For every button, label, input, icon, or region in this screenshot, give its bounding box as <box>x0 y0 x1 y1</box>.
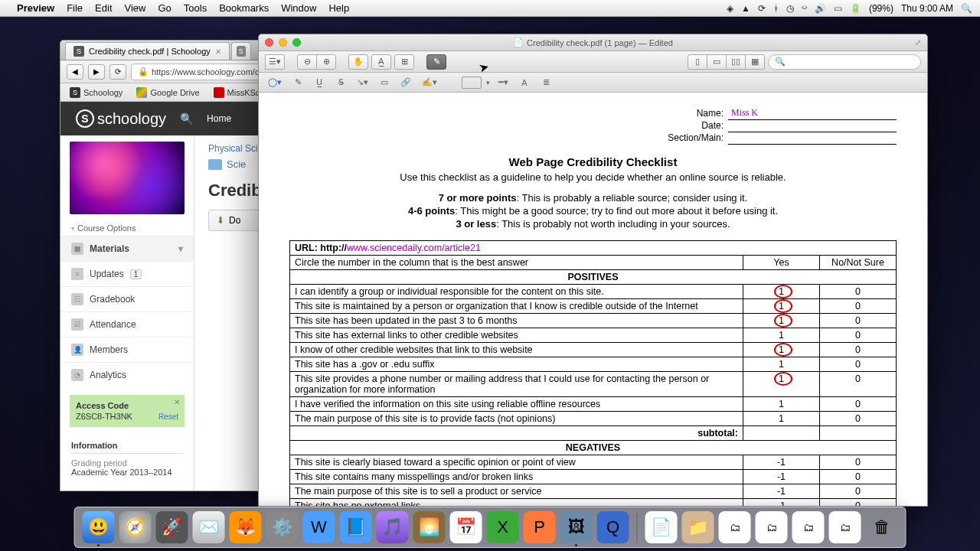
dock-folder-1[interactable]: 📁 <box>682 511 714 543</box>
neg-row-3: The main purpose of this site is to sell… <box>290 484 897 499</box>
view-thumbs-button[interactable]: ▦ <box>745 54 765 70</box>
course-thumbnail[interactable] <box>70 142 185 214</box>
line-style-button[interactable]: ━▾ <box>495 76 511 90</box>
sidebar-toggle-button[interactable]: ☰▾ <box>265 54 285 70</box>
view-continuous-button[interactable]: ▭ <box>707 54 727 70</box>
nav-home[interactable]: Home <box>207 113 231 124</box>
clock[interactable]: Thu 9:00 AM <box>901 3 953 14</box>
arrow-button[interactable]: ↘▾ <box>354 76 371 90</box>
display-icon[interactable]: ▭ <box>834 3 842 14</box>
dock-notes[interactable]: 📘 <box>340 511 372 543</box>
list-button[interactable]: ≣ <box>537 76 554 90</box>
gdrive-icon[interactable]: ▲ <box>741 3 750 14</box>
browser-tab-2[interactable]: S <box>231 42 251 60</box>
doc-title: Web Page Credibility Checklist <box>289 155 897 168</box>
sidebar-gradebook[interactable]: ☷Gradebook <box>60 286 194 311</box>
sidebar-attendance[interactable]: ☑Attendance <box>60 311 194 337</box>
preview-titlebar[interactable]: 📄Credibility check.pdf (1 page) — Edited… <box>259 34 927 51</box>
preview-search-field[interactable]: 🔍 <box>768 54 921 70</box>
bluetooth-icon[interactable]: ᚼ <box>773 3 779 14</box>
access-close-icon[interactable]: ✕ <box>174 398 180 406</box>
markup-toggle-button[interactable]: ✎ <box>426 54 446 70</box>
sync-icon[interactable]: ⟳ <box>758 3 766 14</box>
dock-quicktime[interactable]: Q <box>597 511 629 543</box>
desktop: S Credibility check.pdf | Schoology ✕ S … <box>0 17 980 551</box>
dock-stack-3[interactable]: 🗂 <box>792 511 825 543</box>
volume-icon[interactable]: 🔊 <box>815 3 826 14</box>
dropbox-icon[interactable]: ◈ <box>727 3 733 14</box>
dock-safari[interactable]: 🧭 <box>119 511 152 543</box>
dock-launchpad[interactable]: 🚀 <box>156 511 188 543</box>
reload-button[interactable]: ⟳ <box>109 64 126 80</box>
bookmark-schoology[interactable]: SSchoology <box>70 87 122 98</box>
note-button[interactable]: ▭ <box>376 76 393 90</box>
zoom-in-button[interactable]: ⊕ <box>316 54 336 70</box>
wifi-icon[interactable]: ⌔ <box>802 3 807 14</box>
dock-preview[interactable]: 🖼 <box>560 511 593 543</box>
dock-word[interactable]: W <box>303 511 335 543</box>
bookmark-missk[interactable]: MissKSc <box>214 87 260 98</box>
spotlight-icon[interactable]: 🔍 <box>961 3 972 14</box>
menu-file[interactable]: File <box>67 2 83 14</box>
dock-itunes[interactable]: 🎵 <box>377 511 409 543</box>
sidebar-members[interactable]: 👤Members <box>60 337 194 362</box>
menu-tools[interactable]: Tools <box>184 2 207 14</box>
info-section: Information Grading period Academic Year… <box>60 435 194 483</box>
sidebar-analytics[interactable]: ◔Analytics <box>60 362 194 387</box>
schoology-search-icon[interactable]: 🔍 <box>180 112 193 125</box>
menu-view[interactable]: View <box>125 2 146 14</box>
menu-go[interactable]: Go <box>158 2 171 14</box>
link-button[interactable]: 🔗 <box>397 76 414 90</box>
course-options-link[interactable]: Course Options <box>60 220 194 236</box>
fill-color-button[interactable] <box>462 77 482 89</box>
bookmark-gdrive[interactable]: Google Drive <box>136 87 199 98</box>
dock-stack-4[interactable]: 🗂 <box>829 511 861 543</box>
dock-powerpoint[interactable]: P <box>524 511 556 543</box>
view-single-button[interactable]: ▯ <box>688 54 707 70</box>
zoom-out-button[interactable]: ⊖ <box>297 54 317 70</box>
menu-app[interactable]: Preview <box>17 2 54 14</box>
strikethrough-button[interactable]: S̶ <box>332 76 349 90</box>
dock-firefox[interactable]: 🦊 <box>230 511 262 543</box>
dock-iphoto[interactable]: 🌅 <box>413 511 446 543</box>
highlight-button[interactable]: ✎ <box>289 76 306 90</box>
hand-tool-button[interactable]: ✋ <box>348 54 368 70</box>
tab-close-icon[interactable]: ✕ <box>215 47 221 56</box>
dock-settings[interactable]: ⚙️ <box>266 511 299 543</box>
browser-tab-1[interactable]: S Credibility check.pdf | Schoology ✕ <box>65 42 230 60</box>
menu-bookmarks[interactable]: Bookmarks <box>219 2 269 14</box>
dock-stack-1[interactable]: 🗂 <box>719 511 751 543</box>
text-select-button[interactable]: A̲ <box>371 54 391 70</box>
menu-edit[interactable]: Edit <box>95 2 112 14</box>
access-label: Access Code <box>76 401 178 410</box>
battery-icon[interactable]: 🔋 <box>850 3 861 14</box>
sidebar-materials[interactable]: ▦Materials▾ <box>60 236 194 261</box>
sidebar-updates[interactable]: ≡Updates1 <box>60 261 194 286</box>
forward-button[interactable]: ▶ <box>88 64 105 80</box>
dock-stack-2[interactable]: 🗂 <box>756 511 788 543</box>
view-two-button[interactable]: ▯▯ <box>726 54 746 70</box>
dock-mail[interactable]: ✉️ <box>193 511 225 543</box>
dock-finder[interactable]: 😃 <box>83 511 115 543</box>
schoology-logo[interactable]: Sschoology <box>76 109 166 128</box>
back-button[interactable]: ◀ <box>67 64 83 80</box>
preview-window: 📄Credibility check.pdf (1 page) — Edited… <box>258 34 928 507</box>
menu-window[interactable]: Window <box>281 2 316 14</box>
dock-document[interactable]: 📄 <box>645 511 678 543</box>
doc-subtitle: Use this checklist as a guideline to hel… <box>289 171 897 183</box>
access-reset-link[interactable]: Reset <box>158 412 178 421</box>
menu-help[interactable]: Help <box>328 2 349 14</box>
signature-button[interactable]: ✍▾ <box>419 76 440 90</box>
timemachine-icon[interactable]: ◷ <box>786 3 794 14</box>
document-viewport[interactable]: Name:Miss K Date: Section/Main: Web Page… <box>259 93 927 506</box>
name-value: Miss K <box>731 107 758 119</box>
dock-excel[interactable]: X <box>487 511 519 543</box>
rect-select-button[interactable]: ⊞ <box>394 54 414 70</box>
text-color-button[interactable]: A <box>516 76 533 90</box>
dock-trash[interactable]: 🗑 <box>866 511 898 543</box>
dock-ical[interactable]: 📅 <box>450 511 482 543</box>
materials-icon: ▦ <box>71 243 83 255</box>
shape-oval-button[interactable]: ◯▾ <box>265 76 285 90</box>
underline-button[interactable]: U̲ <box>311 76 328 90</box>
members-icon: 👤 <box>71 344 83 356</box>
